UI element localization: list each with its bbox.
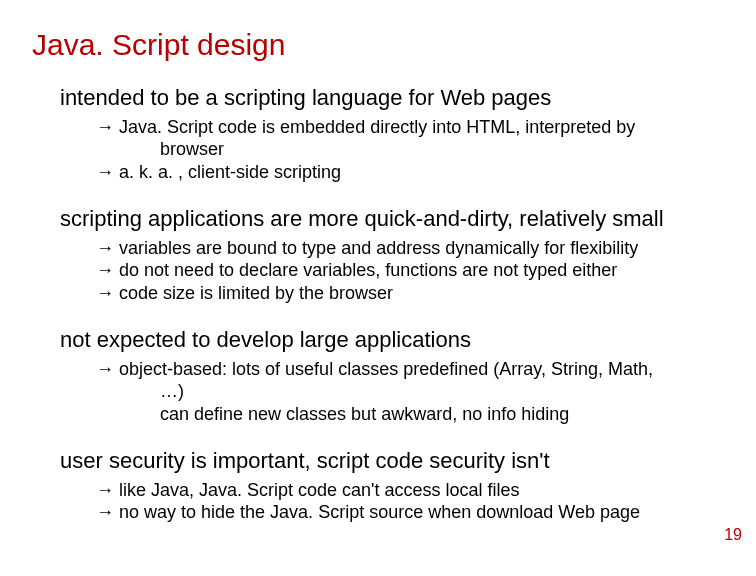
bullet-group: → variables are bound to type and addres… [96, 237, 724, 305]
bullet-group: → object-based: lots of useful classes p… [96, 358, 724, 426]
section-heading: scripting applications are more quick-an… [60, 205, 724, 233]
section-4: user security is important, script code … [32, 447, 724, 524]
bullet-group: → like Java, Java. Script code can't acc… [96, 479, 724, 524]
section-heading: not expected to develop large applicatio… [60, 326, 724, 354]
bullet-item: → a. k. a. , client-side scripting [96, 161, 724, 184]
bullet-item: → object-based: lots of useful classes p… [96, 358, 724, 381]
section-1: intended to be a scripting language for … [32, 84, 724, 183]
bullet-continuation: can define new classes but awkward, no i… [160, 403, 724, 426]
section-heading: intended to be a scripting language for … [60, 84, 724, 112]
bullet-item: → do not need to declare variables, func… [96, 259, 724, 282]
bullet-item: → no way to hide the Java. Script source… [96, 501, 724, 524]
bullet-item: → code size is limited by the browser [96, 282, 724, 305]
section-heading: user security is important, script code … [60, 447, 724, 475]
section-3: not expected to develop large applicatio… [32, 326, 724, 425]
bullet-continuation: browser [160, 138, 724, 161]
bullet-item: → variables are bound to type and addres… [96, 237, 724, 260]
slide: Java. Script design intended to be a scr… [0, 0, 756, 524]
bullet-item: → Java. Script code is embedded directly… [96, 116, 724, 139]
bullet-group: → Java. Script code is embedded directly… [96, 116, 724, 184]
page-number: 19 [724, 526, 742, 544]
bullet-continuation: …) [160, 380, 724, 403]
bullet-item: → like Java, Java. Script code can't acc… [96, 479, 724, 502]
section-2: scripting applications are more quick-an… [32, 205, 724, 304]
slide-title: Java. Script design [32, 28, 724, 62]
